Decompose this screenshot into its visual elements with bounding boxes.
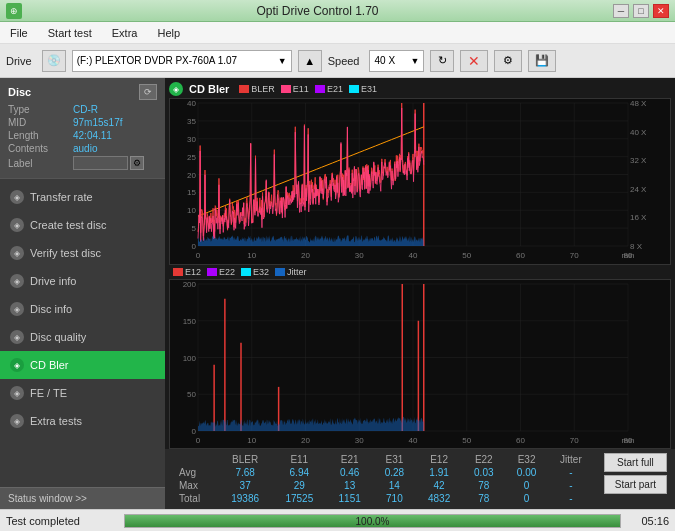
top-chart-legend: BLERE11E21E31 — [239, 84, 377, 94]
eject-button[interactable]: ▲ — [298, 50, 322, 72]
stats-cell-0: 7.68 — [218, 466, 272, 479]
start-full-button[interactable]: Start full — [604, 453, 667, 472]
stats-row-total: Total193861752511517104832780- — [173, 492, 594, 505]
drive-info-icon: ◈ — [10, 274, 24, 288]
stats-cell-2: 0.46 — [326, 466, 373, 479]
legend-item-e21: E21 — [315, 84, 343, 94]
stats-header-row: BLERE11E21E31E12E22E32Jitter — [173, 453, 594, 466]
stats-row-label: Avg — [173, 466, 218, 479]
stats-header-e22: E22 — [462, 453, 505, 466]
stats-cell-7: - — [548, 492, 594, 505]
stats-cell-4: 4832 — [416, 492, 463, 505]
speed-label: Speed — [328, 55, 360, 67]
disc-contents-label: Contents — [8, 143, 73, 154]
menu-help[interactable]: Help — [153, 25, 184, 41]
stats-header-e32: E32 — [505, 453, 548, 466]
legend-item-bler: BLER — [239, 84, 275, 94]
extra-tests-icon: ◈ — [10, 414, 24, 428]
stats-cell-0: 37 — [218, 479, 272, 492]
status-window-button[interactable]: Status window >> — [0, 487, 165, 509]
stats-header-e12: E12 — [416, 453, 463, 466]
drive-select[interactable]: (F:) PLEXTOR DVDR PX-760A 1.07 ▼ — [72, 50, 292, 72]
verify-test-disc-icon: ◈ — [10, 246, 24, 260]
drive-icon-btn[interactable]: 💿 — [42, 50, 66, 72]
close-button[interactable]: ✕ — [653, 4, 669, 18]
disc-length-label: Length — [8, 130, 73, 141]
stats-buttons: Start full Start part — [604, 453, 667, 494]
sidebar-item-transfer-rate[interactable]: ◈ Transfer rate — [0, 183, 165, 211]
disc-mid-label: MID — [8, 117, 73, 128]
disc-info-icon: ◈ — [10, 302, 24, 316]
cd-bler-chart-icon: ◈ — [169, 82, 183, 96]
sidebar-item-transfer-rate-label: Transfer rate — [30, 191, 93, 203]
start-part-button[interactable]: Start part — [604, 475, 667, 494]
stats-header-e31: E31 — [373, 453, 416, 466]
stats-cell-7: - — [548, 466, 594, 479]
legend-item-jitter: Jitter — [275, 267, 307, 277]
stats-cell-6: 0 — [505, 479, 548, 492]
sidebar-item-create-test-disc-label: Create test disc — [30, 219, 106, 231]
progress-bar-container: 100.0% — [124, 514, 621, 528]
speed-select[interactable]: 40 X ▼ — [369, 50, 424, 72]
disc-label-label: Label — [8, 158, 73, 169]
disc-panel: Disc ⟳ Type CD-R MID 97m15s17f Length 42… — [0, 78, 165, 179]
clear-button[interactable]: ✕ — [460, 50, 488, 72]
settings-button[interactable]: ⚙ — [494, 50, 522, 72]
sidebar-item-disc-quality-label: Disc quality — [30, 331, 86, 343]
sidebar-item-fe-te-label: FE / TE — [30, 387, 67, 399]
cd-bler-icon: ◈ — [10, 358, 24, 372]
stats-area: BLERE11E21E31E12E22E32Jitter Avg7.686.94… — [165, 449, 675, 509]
label-settings-icon[interactable]: ⚙ — [130, 156, 144, 170]
disc-refresh-button[interactable]: ⟳ — [139, 84, 157, 100]
disc-label-input[interactable] — [73, 156, 128, 170]
sidebar-item-verify-test-disc-label: Verify test disc — [30, 247, 101, 259]
stats-row-label: Total — [173, 492, 218, 505]
stats-table: BLERE11E21E31E12E22E32Jitter Avg7.686.94… — [173, 453, 594, 505]
sidebar-item-extra-tests[interactable]: ◈ Extra tests — [0, 407, 165, 435]
transfer-rate-icon: ◈ — [10, 190, 24, 204]
menu-start-test[interactable]: Start test — [44, 25, 96, 41]
stats-cell-3: 0.28 — [373, 466, 416, 479]
disc-length-value: 42:04.11 — [73, 130, 112, 141]
legend-item-e31: E31 — [349, 84, 377, 94]
elapsed-time: 05:16 — [629, 515, 669, 527]
stats-cell-1: 17525 — [272, 492, 326, 505]
app-title: Opti Drive Control 1.70 — [22, 4, 613, 18]
legend-item-e22: E22 — [207, 267, 235, 277]
maximize-button[interactable]: □ — [633, 4, 649, 18]
stats-cell-5: 78 — [462, 479, 505, 492]
menu-file[interactable]: File — [6, 25, 32, 41]
main-area: Disc ⟳ Type CD-R MID 97m15s17f Length 42… — [0, 78, 675, 509]
sidebar-item-cd-bler[interactable]: ◈ CD Bler — [0, 351, 165, 379]
content-area: ◈ CD Bler BLERE11E21E31 E12E22E32Jitter … — [165, 78, 675, 509]
sidebar-item-drive-info[interactable]: ◈ Drive info — [0, 267, 165, 295]
menu-extra[interactable]: Extra — [108, 25, 142, 41]
status-text: Test completed — [6, 515, 116, 527]
sidebar-item-disc-quality[interactable]: ◈ Disc quality — [0, 323, 165, 351]
top-chart-area[interactable] — [169, 98, 671, 265]
stats-cell-6: 0 — [505, 492, 548, 505]
legend-item-e32: E32 — [241, 267, 269, 277]
chart-title-text: CD Bler — [189, 83, 229, 95]
sidebar-item-drive-info-label: Drive info — [30, 275, 76, 287]
save-button[interactable]: 💾 — [528, 50, 556, 72]
stats-header-e21: E21 — [326, 453, 373, 466]
sidebar-item-verify-test-disc[interactable]: ◈ Verify test disc — [0, 239, 165, 267]
sidebar-menu: ◈ Transfer rate ◈ Create test disc ◈ Ver… — [0, 179, 165, 487]
sidebar-item-create-test-disc[interactable]: ◈ Create test disc — [0, 211, 165, 239]
menu-bar: File Start test Extra Help — [0, 22, 675, 44]
sidebar-item-fe-te[interactable]: ◈ FE / TE — [0, 379, 165, 407]
stats-cell-3: 14 — [373, 479, 416, 492]
progress-text: 100.0% — [125, 515, 620, 528]
bottom-status-bar: Test completed 100.0% 05:16 — [0, 509, 675, 531]
window-controls: ─ □ ✕ — [613, 4, 669, 18]
refresh-speed-button[interactable]: ↻ — [430, 50, 454, 72]
bottom-chart-container: E12E22E32Jitter — [165, 265, 675, 450]
stats-cell-4: 1.91 — [416, 466, 463, 479]
minimize-button[interactable]: ─ — [613, 4, 629, 18]
stats-cell-3: 710 — [373, 492, 416, 505]
stats-header-e11: E11 — [272, 453, 326, 466]
bottom-chart-area[interactable] — [169, 279, 671, 450]
top-chart-container: ◈ CD Bler BLERE11E21E31 — [165, 78, 675, 265]
sidebar-item-disc-info[interactable]: ◈ Disc info — [0, 295, 165, 323]
